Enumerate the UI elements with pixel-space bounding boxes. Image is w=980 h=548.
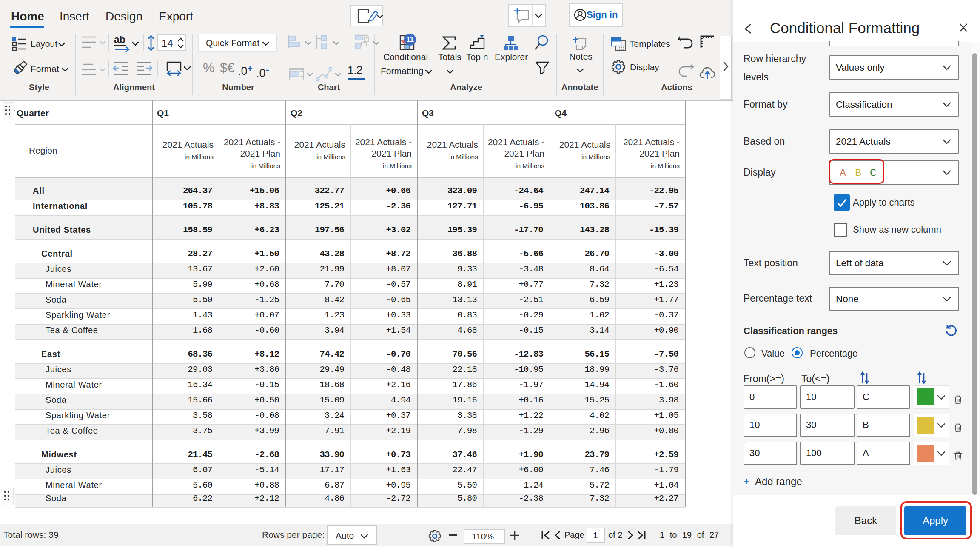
svg-text:ab: ab — [114, 36, 125, 45]
